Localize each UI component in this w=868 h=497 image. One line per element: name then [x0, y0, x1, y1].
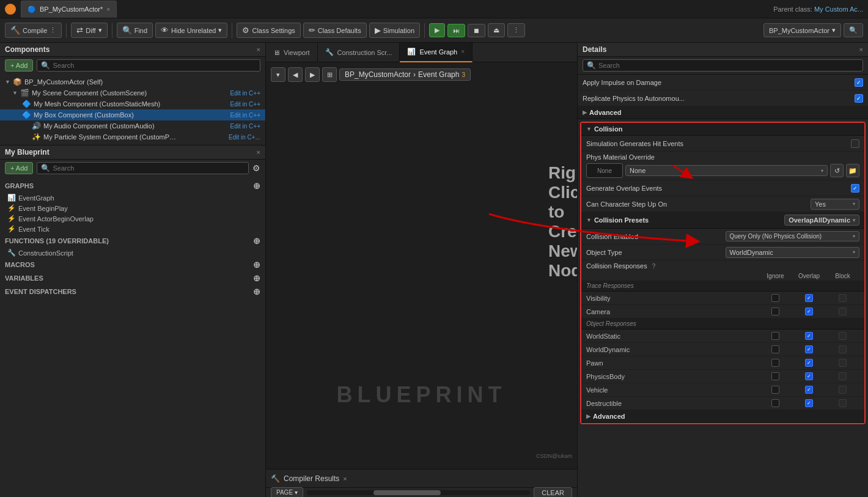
- comp-item-audio[interactable]: 🔊 My Audio Component (CustomAudio) Edit …: [0, 120, 265, 131]
- sim-hit-events-checkbox[interactable]: [851, 139, 859, 148]
- comp-edit-mesh[interactable]: Edit in C++: [230, 101, 260, 108]
- comp-item-box[interactable]: 🔷 My Box Component (CustomBox) Edit in C…: [0, 109, 265, 120]
- comp-edit-scene[interactable]: Edit in C++: [230, 90, 260, 97]
- visibility-overlap[interactable]: ✓: [792, 294, 826, 302]
- collision-advanced-footer[interactable]: ▶ Advanced: [581, 410, 864, 423]
- blueprint-add-button[interactable]: + Add: [5, 162, 33, 174]
- worlddynamic-overlap[interactable]: ✓: [792, 345, 826, 353]
- hide-unrelated-button[interactable]: 👁 Hide Unrelated ▾: [155, 23, 227, 38]
- collision-presets-header[interactable]: ▼ Collision Presets OverlapAllDynamic ▾: [581, 212, 864, 229]
- vehicle-ignore[interactable]: [759, 386, 792, 394]
- worlddynamic-block[interactable]: [826, 345, 859, 353]
- camera-block[interactable]: [826, 307, 859, 315]
- tab-viewport[interactable]: 🖥 Viewport: [266, 43, 318, 62]
- step-button[interactable]: ⏭: [447, 24, 465, 37]
- tab-close[interactable]: ×: [106, 6, 110, 13]
- nav-forward[interactable]: ▶: [305, 67, 320, 82]
- object-type-dropdown[interactable]: WorldDynamic ▾: [726, 247, 860, 258]
- functions-section[interactable]: FUNCTIONS (19 OVERRIDABLE) ⊕: [2, 234, 263, 248]
- functions-add-icon[interactable]: ⊕: [253, 236, 260, 246]
- parent-class-link[interactable]: My Custom Ac...: [814, 6, 863, 13]
- worldstatic-overlap[interactable]: ✓: [792, 332, 826, 340]
- more-button[interactable]: ⋮: [507, 23, 525, 37]
- stop-button[interactable]: ⏹: [468, 24, 485, 37]
- pawn-overlap[interactable]: ✓: [792, 359, 826, 367]
- simulation-button[interactable]: ▶ Simulation: [369, 23, 420, 38]
- worlddynamic-ignore[interactable]: [759, 345, 792, 353]
- bp-item-eventgraph[interactable]: 📊 EventGraph: [2, 193, 263, 203]
- collision-header[interactable]: ▼ Collision: [581, 123, 864, 136]
- details-search-input[interactable]: [598, 62, 859, 69]
- components-close[interactable]: ×: [257, 46, 260, 53]
- comp-item-mesh[interactable]: 🔷 My Mesh Component (CustomStaticMesh) E…: [0, 98, 265, 109]
- comp-edit-particle[interactable]: Edit in C+...: [229, 134, 260, 141]
- pawn-ignore[interactable]: [759, 359, 792, 367]
- replicate-physics-checkbox[interactable]: ✓: [855, 94, 863, 103]
- blueprint-settings-icon[interactable]: ⚙: [252, 163, 260, 173]
- physicsbody-block[interactable]: [826, 372, 859, 380]
- dispatchers-section[interactable]: EVENT DISPATCHERS ⊕: [2, 285, 263, 298]
- scroll-thumb[interactable]: [373, 490, 441, 495]
- editor-tab[interactable]: 🔵 BP_MyCustomActor* ×: [21, 1, 117, 18]
- nav-home[interactable]: ⊞: [322, 67, 337, 82]
- comp-item-self[interactable]: ▼ 📦 BP_MyCustomActor (Self): [0, 76, 265, 87]
- visibility-ignore[interactable]: [759, 294, 792, 302]
- destructible-overlap[interactable]: ✓: [792, 399, 826, 407]
- nav-back[interactable]: ◀: [288, 67, 303, 82]
- gen-overlap-checkbox[interactable]: ✓: [851, 184, 859, 193]
- vehicle-overlap[interactable]: ✓: [792, 386, 826, 394]
- physicsbody-ignore[interactable]: [759, 372, 792, 380]
- play-button[interactable]: ▶: [429, 23, 445, 37]
- bp-item-actoroverlap[interactable]: ⚡ Event ActorBeginOverlap: [2, 213, 263, 224]
- bp-item-eventtick[interactable]: ⚡ Event Tick: [2, 224, 263, 234]
- compiler-close[interactable]: ×: [343, 475, 347, 482]
- macros-section[interactable]: MACROS ⊕: [2, 258, 263, 271]
- clear-button[interactable]: CLEAR: [534, 487, 572, 498]
- blueprint-search-input[interactable]: [53, 164, 245, 172]
- camera-overlap[interactable]: ✓: [792, 307, 826, 315]
- blueprint-search-box[interactable]: 🔍: [37, 162, 249, 174]
- collision-enabled-dropdown[interactable]: Query Only (No Physics Collision) ▾: [726, 231, 860, 241]
- variables-add-icon[interactable]: ⊕: [253, 273, 260, 283]
- components-search-input[interactable]: [53, 62, 256, 69]
- apply-impulse-checkbox[interactable]: ✓: [855, 78, 863, 87]
- diff-button[interactable]: ⇄ Diff ▾: [71, 23, 107, 38]
- camera-ignore[interactable]: [759, 307, 792, 315]
- bp-item-construction[interactable]: 🔧 ConstructionScript: [2, 248, 263, 258]
- macros-add-icon[interactable]: ⊕: [253, 260, 260, 270]
- vehicle-block[interactable]: [826, 386, 859, 394]
- can-step-dropdown[interactable]: Yes ▾: [811, 199, 859, 210]
- collision-presets-dropdown[interactable]: OverlapAllDynamic ▾: [784, 215, 859, 226]
- comp-edit-box[interactable]: Edit in C++: [230, 112, 260, 119]
- phys-dropdown[interactable]: None ▾: [625, 165, 828, 176]
- nav-dropdown[interactable]: ▾: [271, 67, 285, 82]
- physicsbody-overlap[interactable]: ✓: [792, 372, 826, 380]
- eject-button[interactable]: ⏏: [488, 23, 505, 37]
- comp-edit-audio[interactable]: Edit in C++: [230, 123, 260, 130]
- bp-item-beginplay[interactable]: ⚡ Event BeginPlay: [2, 203, 263, 213]
- details-scroll[interactable]: Apply Impulse on Damage ✓ Replicate Phys…: [578, 75, 868, 497]
- graphs-add-icon[interactable]: ⊕: [253, 181, 260, 191]
- scroll-track[interactable]: [307, 490, 530, 495]
- viewport-area[interactable]: ▾ ◀ ▶ ⊞ BP_MyCustomActor › Event Graph 3…: [266, 62, 577, 469]
- tab-event-graph[interactable]: 📊 Event Graph ×: [400, 43, 473, 62]
- phys-browse-button[interactable]: 📁: [846, 164, 859, 177]
- details-close[interactable]: ×: [859, 46, 863, 53]
- pawn-block[interactable]: [826, 359, 859, 367]
- class-settings-button[interactable]: ⚙ Class Settings: [237, 23, 300, 38]
- components-search-box[interactable]: 🔍: [37, 59, 260, 72]
- tab-construction[interactable]: 🔧 Construction Scr...: [318, 43, 400, 62]
- find-button[interactable]: 🔍 Find: [117, 23, 153, 38]
- class-defaults-button[interactable]: ✏ Class Defaults: [303, 23, 367, 38]
- visibility-block[interactable]: [826, 294, 859, 302]
- variables-section[interactable]: VARIABLES ⊕: [2, 271, 263, 285]
- compile-button[interactable]: 🔨 Compile ⋮: [5, 23, 62, 38]
- advanced-section-header[interactable]: ▶ Advanced: [578, 106, 868, 119]
- toolbar-search-button[interactable]: 🔍: [844, 23, 863, 37]
- destructible-block[interactable]: [826, 399, 859, 407]
- details-search[interactable]: 🔍: [583, 59, 863, 72]
- page-button[interactable]: PAGE ▾: [271, 487, 303, 497]
- actor-dropdown[interactable]: BP_MyCustomActor ▾: [763, 23, 841, 37]
- destructible-ignore[interactable]: [759, 399, 792, 407]
- comp-item-scene[interactable]: ▼ 🎬 My Scene Component (CustomScene) Edi…: [0, 87, 265, 98]
